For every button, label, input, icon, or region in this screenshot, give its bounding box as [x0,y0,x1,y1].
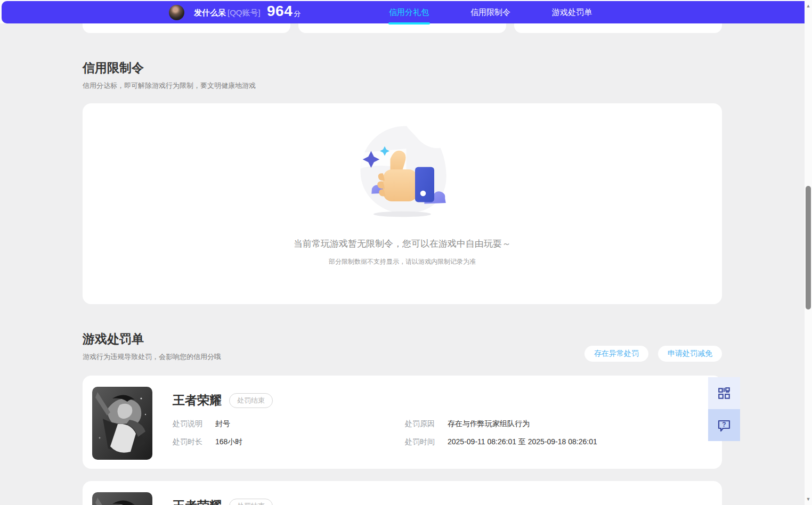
avatar[interactable] [169,5,184,20]
restriction-title: 信用限制令 [83,60,722,76]
punishment-card-body: 王者荣耀 处罚结束 [152,492,712,505]
tab-restriction-order[interactable]: 信用限制令 [470,1,510,23]
punishment-actions: 存在异常处罚 申请处罚减免 [584,346,722,362]
field-label: 处罚时间 [405,437,448,447]
punishment-field: 处罚时间 2025-09-11 08:26:01 至 2025-09-18 08… [405,437,712,447]
field-value: 168小时 [215,437,242,447]
restriction-empty-text: 当前常玩游戏暂无限制令，您可以在游戏中自由玩耍～ [294,238,511,250]
nav-tabs: 信用分礼包 信用限制令 游戏处罚单 [389,1,592,23]
punishment-section-header: 游戏处罚单 游戏行为违规导致处罚，会影响您的信用分哦 存在异常处罚 申请处罚减免 [83,331,722,362]
punishment-card-body: 王者荣耀 处罚结束 处罚说明 封号 处罚原因 存在与作弊玩家组队行为 处罚时长 … [152,387,712,458]
main-container: 信用限制令 信用分达标，即可解除游戏行为限制，要文明健康地游戏 [83,0,722,505]
game-cover-image [92,492,152,505]
game-name: 王者荣耀 [173,498,222,505]
punishment-field: 处罚时长 168小时 [173,437,405,447]
punishment-card: 王者荣耀 处罚结束 [83,481,722,505]
credit-page: 信用限制令 信用分达标，即可解除游戏行为限制，要文明健康地游戏 [0,0,812,505]
score-number: 964 [267,3,293,19]
question-bubble-icon: ? [717,418,732,433]
field-label: 处罚原因 [405,419,448,429]
active-tab-underline [388,22,430,25]
punishment-card: 王者荣耀 处罚结束 处罚说明 封号 处罚原因 存在与作弊玩家组队行为 处罚时长 … [83,376,722,469]
game-name: 王者荣耀 [173,392,222,409]
scroll-down-arrow[interactable]: ▼ [805,495,812,503]
status-badge: 处罚结束 [229,499,273,505]
username: 发什么呆 [194,8,226,18]
qr-code-icon [717,386,731,400]
restriction-empty-note: 部分限制数据不支持显示，请以游戏内限制记录为准 [329,257,476,266]
scroll-up-arrow[interactable]: ▲ [805,2,812,10]
field-value: 封号 [215,419,230,429]
help-feedback-button[interactable]: ? [708,409,740,441]
restriction-empty-card: 当前常玩游戏暂无限制令，您可以在游戏中自由玩耍～ 部分限制数据不支持显示，请以游… [83,103,722,304]
svg-text:?: ? [722,421,726,428]
credit-score: 964分 [267,3,301,20]
scrollbar-thumb[interactable] [806,186,811,309]
punishment-title: 游戏处罚单 [83,331,722,347]
vertical-scrollbar[interactable]: ▲ ▼ [805,0,812,505]
field-label: 处罚时长 [173,437,215,447]
game-cover-image [92,387,152,460]
score-unit: 分 [294,10,301,18]
restriction-subtitle: 信用分达标，即可解除游戏行为限制，要文明健康地游戏 [83,81,722,91]
abnormal-punishment-button[interactable]: 存在异常处罚 [584,346,648,362]
qr-code-button[interactable] [708,377,740,409]
floating-buttons: ? [708,377,740,441]
status-badge: 处罚结束 [229,393,273,408]
field-label: 处罚说明 [173,419,215,429]
tab-credit-gift[interactable]: 信用分礼包 [389,1,429,23]
thumbs-up-illustration-icon [346,119,458,228]
account-type-tag: [QQ账号] [228,8,261,18]
tab-punishment-list[interactable]: 游戏处罚单 [552,1,592,23]
top-navbar: 发什么呆 [QQ账号] 964分 信用分礼包 信用限制令 游戏处罚单 [2,1,805,23]
punishment-field: 处罚说明 封号 [173,419,405,429]
field-value: 2025-09-11 08:26:01 至 2025-09-18 08:26:0… [448,437,597,447]
field-value: 存在与作弊玩家组队行为 [448,419,530,429]
punishment-field: 处罚原因 存在与作弊玩家组队行为 [405,419,712,429]
apply-reduction-button[interactable]: 申请处罚减免 [658,346,722,362]
